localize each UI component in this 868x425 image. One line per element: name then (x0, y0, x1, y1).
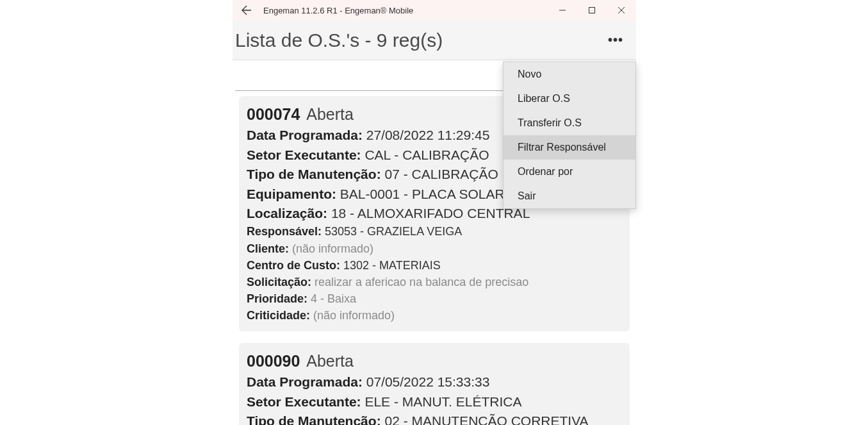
svg-rect-1 (589, 8, 595, 13)
field-cliente: Cliente: (não informado) (247, 240, 622, 257)
field-tipo-manutencao: Tipo de Manutenção: 02 - MANUTENÇÃO CORR… (247, 412, 622, 425)
field-solicitacao: Solicitação: realizar a afericao na bala… (247, 274, 622, 290)
more-icon: ••• (608, 33, 623, 47)
field-data-programada: Data Programada: 07/05/2022 15:33:33 (247, 372, 622, 392)
field-criticidade: Criticidade: (não informado) (247, 307, 622, 324)
page-title: Lista de O.S.'s - 9 reg(s) (235, 29, 443, 51)
os-number: 000074 (247, 105, 300, 123)
os-card[interactable]: 000090 Aberta Data Programada: 07/05/202… (239, 343, 630, 425)
close-button[interactable] (607, 0, 636, 21)
os-number: 000090 (247, 352, 300, 370)
page-header: Lista de O.S.'s - 9 reg(s) ••• (233, 21, 636, 60)
field-prioridade: Prioridade: 4 - Baixa (247, 290, 622, 307)
window-title: Engeman 11.2.6 R1 - Engeman® Mobile (263, 6, 413, 15)
menu-item[interactable]: Novo (504, 62, 635, 87)
field-setor-executante: Setor Executante: ELE - MANUT. ELÉTRICA (247, 392, 622, 412)
field-responsavel: Responsável: 53053 - GRAZIELA VEIGA (247, 223, 622, 240)
os-status: Aberta (306, 105, 354, 123)
maximize-icon (589, 7, 595, 13)
os-header: 000090 Aberta (247, 349, 622, 372)
minimize-icon (559, 7, 566, 13)
field-centro-custo: Centro de Custo: 1302 - MATERIAIS (247, 257, 622, 274)
close-icon (618, 7, 625, 13)
menu-item[interactable]: Filtrar Responsável (504, 135, 635, 160)
menu-item[interactable]: Liberar O.S (504, 87, 635, 111)
os-status: Aberta (306, 352, 354, 370)
back-button[interactable] (233, 0, 261, 21)
titlebar: Engeman 11.2.6 R1 - Engeman® Mobile (233, 0, 636, 21)
more-menu-button[interactable]: ••• (604, 29, 627, 51)
minimize-button[interactable] (548, 0, 577, 21)
back-arrow-icon (242, 5, 252, 15)
menu-item[interactable]: Sair (504, 184, 635, 208)
maximize-button[interactable] (577, 0, 607, 21)
app-window: Engeman 11.2.6 R1 - Engeman® Mobile List… (233, 0, 636, 425)
menu-item[interactable]: Transferir O.S (504, 111, 635, 135)
window-controls (548, 0, 636, 21)
context-menu: NovoLiberar O.STransferir O.SFiltrar Res… (503, 62, 636, 209)
menu-item[interactable]: Ordenar por (504, 160, 635, 184)
